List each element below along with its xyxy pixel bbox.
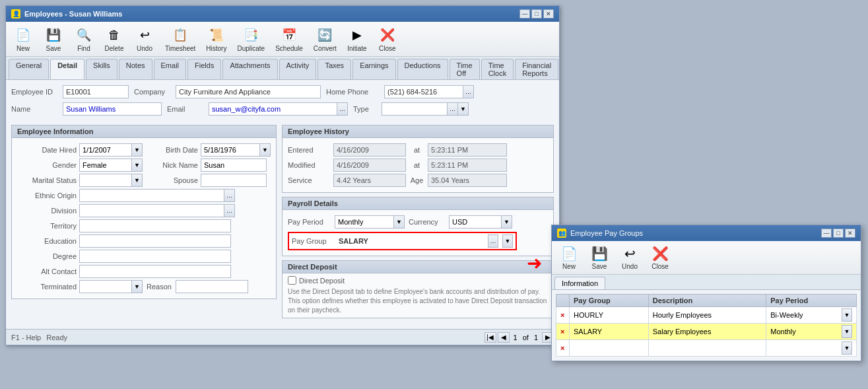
type-dropdown-btn[interactable]: ▼: [458, 102, 469, 116]
popup-undo-button[interactable]: ↩ Undo: [615, 243, 644, 272]
terminated-input[interactable]: [79, 280, 132, 293]
close-toolbar-button[interactable]: ❌ Close: [373, 24, 402, 54]
tab-notes[interactable]: Notes: [119, 59, 152, 79]
pay-group-dropdown-btn[interactable]: ▼: [502, 234, 513, 248]
pay-group-lookup-btn[interactable]: …: [488, 234, 498, 248]
division-btn[interactable]: …: [224, 204, 235, 217]
tab-attachments[interactable]: Attachments: [222, 59, 277, 79]
direct-deposit-info: Use the Direct Deposit tab to define Emp…: [288, 287, 548, 315]
gender-dropdown[interactable]: ▼: [132, 159, 143, 172]
employee-id-input[interactable]: [63, 85, 129, 98]
first-page-btn[interactable]: |◀: [484, 332, 496, 343]
popup-restore-btn[interactable]: □: [833, 229, 844, 238]
email-input[interactable]: [209, 102, 337, 116]
date-hired-input[interactable]: [79, 143, 132, 157]
row3-x: ×: [556, 340, 570, 357]
gender-input[interactable]: [79, 159, 132, 172]
direct-deposit-checkbox[interactable]: [288, 276, 296, 285]
pay-period-input[interactable]: [335, 215, 394, 229]
row3-description: [648, 340, 766, 357]
row2-x: ×: [556, 324, 570, 340]
row2-delete-btn[interactable]: ×: [560, 328, 564, 336]
type-input[interactable]: [382, 102, 448, 116]
tab-financial-reports[interactable]: Financial Reports: [515, 59, 558, 79]
timesheet-button[interactable]: 📋 Timesheet: [160, 24, 200, 54]
pay-group-input[interactable]: [339, 237, 484, 245]
ethnic-origin-input[interactable]: [79, 189, 224, 202]
email-btn[interactable]: …: [337, 102, 348, 116]
company-input[interactable]: [176, 85, 321, 98]
timesheet-label: Timesheet: [165, 45, 195, 52]
direct-deposit-title: Direct Deposit: [283, 261, 553, 273]
new-button[interactable]: 📄 New: [9, 24, 38, 54]
convert-button[interactable]: 🔄 Convert: [309, 24, 341, 54]
tab-timeoff[interactable]: Time Off: [450, 59, 480, 79]
tab-skills[interactable]: Skills: [86, 59, 117, 79]
initiate-button[interactable]: ▶ Initiate: [343, 24, 372, 54]
division-input[interactable]: [79, 204, 224, 217]
history-button[interactable]: 📜 History: [201, 24, 231, 54]
home-phone-input[interactable]: [384, 85, 463, 98]
duplicate-button[interactable]: 📑 Duplicate: [232, 24, 269, 54]
modified-time-input: [428, 159, 507, 172]
find-icon: 🔍: [75, 26, 93, 44]
ethnic-origin-btn[interactable]: …: [224, 189, 235, 202]
entered-time-input: [428, 143, 507, 157]
popup-new-label: New: [562, 263, 576, 270]
tab-general[interactable]: General: [9, 59, 49, 79]
prev-page-btn[interactable]: ◀: [498, 332, 510, 343]
tab-deductions[interactable]: Deductions: [397, 59, 448, 79]
currency-dropdown[interactable]: ▼: [502, 215, 512, 229]
maximize-button[interactable]: □: [531, 9, 542, 18]
minimize-button[interactable]: —: [519, 9, 530, 18]
undo-button[interactable]: ↩ Undo: [130, 24, 159, 54]
birth-date-input[interactable]: [201, 143, 260, 157]
date-hired-dropdown[interactable]: ▼: [132, 143, 143, 157]
education-input[interactable]: [79, 234, 231, 248]
alt-contact-input[interactable]: [79, 265, 231, 278]
home-phone-btn[interactable]: …: [463, 85, 474, 98]
reason-input[interactable]: [176, 280, 248, 293]
tab-detail[interactable]: Detail: [50, 59, 84, 79]
birth-date-dropdown[interactable]: ▼: [260, 143, 271, 157]
popup-close-btn[interactable]: ✕: [845, 229, 855, 238]
direct-deposit-checkbox-label[interactable]: Direct Deposit: [288, 276, 548, 285]
service-value-input: [333, 174, 406, 187]
status-text: Ready: [46, 334, 67, 341]
tab-timeclock[interactable]: Time Clock: [481, 59, 514, 79]
territory-label: Territory: [17, 222, 77, 230]
popup-save-button[interactable]: 💾 Save: [585, 243, 614, 272]
pay-period-dropdown[interactable]: ▼: [394, 215, 405, 229]
row3-pay-period-dropdown[interactable]: ▼: [842, 341, 852, 355]
tab-fields[interactable]: Fields: [187, 59, 221, 79]
close-button[interactable]: ✕: [543, 9, 554, 18]
tab-taxes[interactable]: Taxes: [317, 59, 351, 79]
row2-pay-period-dropdown[interactable]: ▼: [842, 325, 852, 338]
delete-button[interactable]: 🗑 Delete: [100, 24, 129, 54]
row3-delete-btn[interactable]: ×: [560, 344, 564, 352]
row1-delete-btn[interactable]: ×: [560, 311, 564, 319]
marital-status-dropdown[interactable]: ▼: [132, 174, 143, 187]
tab-email[interactable]: Email: [154, 59, 187, 79]
terminated-dropdown[interactable]: ▼: [132, 280, 143, 293]
marital-status-input[interactable]: [79, 174, 132, 187]
row1-pay-period-dropdown[interactable]: ▼: [842, 308, 852, 322]
spouse-input[interactable]: [201, 174, 267, 187]
tab-earnings[interactable]: Earnings: [352, 59, 395, 79]
popup-new-button[interactable]: 📄 New: [554, 243, 584, 272]
schedule-button[interactable]: 📅 Schedule: [271, 24, 308, 54]
name-input[interactable]: [63, 102, 162, 116]
save-button[interactable]: 💾 Save: [39, 24, 68, 54]
degree-input[interactable]: [79, 250, 231, 263]
popup-close-button[interactable]: ❌ Close: [646, 243, 675, 272]
currency-input[interactable]: [449, 215, 502, 229]
popup-minimize-btn[interactable]: —: [821, 229, 832, 238]
nick-name-input[interactable]: [201, 159, 267, 172]
entered-at: at: [409, 146, 425, 154]
history-icon: 📜: [207, 26, 226, 44]
tab-activity[interactable]: Activity: [279, 59, 317, 79]
territory-input[interactable]: [79, 219, 231, 232]
find-button[interactable]: 🔍 Find: [69, 24, 98, 54]
popup-info-tab[interactable]: Information: [554, 277, 605, 289]
type-btn[interactable]: …: [448, 102, 458, 116]
